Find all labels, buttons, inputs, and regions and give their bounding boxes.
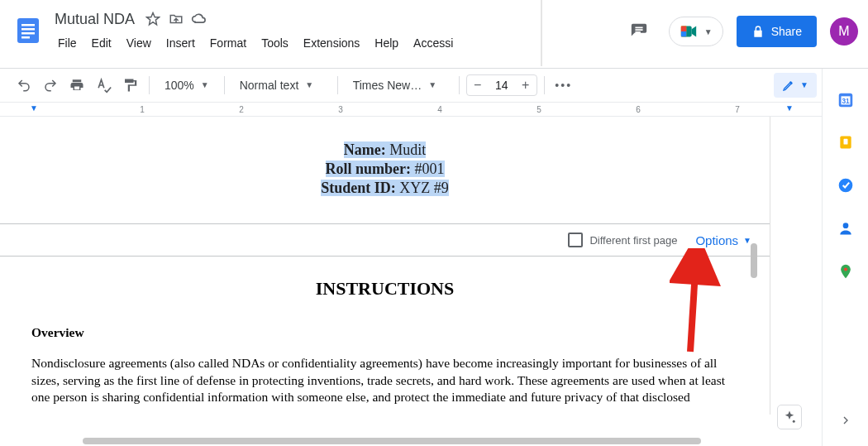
menu-view[interactable]: View: [120, 33, 158, 53]
overlay-divider: [541, 0, 542, 66]
spellcheck-icon[interactable]: [91, 74, 116, 97]
header-name-label: Name:: [344, 141, 386, 158]
zoom-dropdown[interactable]: 100%▼: [156, 74, 217, 97]
app-header: Mutual NDA File Edit View Insert Format …: [0, 0, 868, 69]
paragraph-style-dropdown[interactable]: Normal text▼: [231, 74, 331, 97]
title-area: Mutual NDA File Edit View Insert Format …: [51, 5, 460, 53]
show-side-panel-icon[interactable]: [837, 411, 855, 429]
vertical-scrollbar[interactable]: [749, 237, 761, 446]
calendar-icon[interactable]: 31: [837, 90, 855, 108]
menu-insert[interactable]: Insert: [160, 33, 202, 53]
chevron-down-icon: ▼: [800, 80, 808, 89]
menu-edit[interactable]: Edit: [85, 33, 118, 53]
lock-icon: [751, 25, 765, 38]
meet-button[interactable]: ▼: [669, 17, 723, 46]
scrollbar-thumb[interactable]: [83, 438, 701, 444]
menu-format[interactable]: Format: [203, 33, 253, 53]
document-canvas: Name: Mudit Roll number: #001 Student ID…: [0, 117, 808, 446]
indent-marker-icon[interactable]: ▼: [30, 103, 38, 113]
editing-mode-dropdown[interactable]: ▼: [774, 73, 817, 98]
comments-icon[interactable]: [622, 15, 656, 48]
chevron-down-icon: ▼: [305, 80, 313, 89]
contacts-icon[interactable]: [837, 219, 855, 237]
paint-format-icon[interactable]: [117, 74, 142, 97]
menu-bar: File Edit View Insert Format Tools Exten…: [51, 30, 460, 53]
page: Name: Mudit Roll number: #001 Student ID…: [0, 117, 770, 415]
chevron-down-icon: ▼: [428, 80, 436, 89]
header-options-dropdown[interactable]: Options ▼: [695, 233, 751, 247]
svg-rect-2: [21, 28, 35, 31]
document-header-section[interactable]: Name: Mudit Roll number: #001 Student ID…: [0, 117, 770, 209]
svg-point-15: [842, 223, 848, 228]
header-right: ▼ Share M: [622, 15, 858, 48]
cloud-status-icon[interactable]: [191, 11, 207, 27]
ruler-number: 7: [735, 105, 740, 114]
share-button[interactable]: Share: [737, 16, 817, 47]
header-options-bar: Different first page Options ▼: [0, 223, 770, 257]
chevron-down-icon: ▼: [704, 27, 713, 36]
header-studentid-value: XYZ #9: [396, 180, 449, 196]
font-size-decrease[interactable]: −: [467, 75, 489, 95]
checkbox-icon: [568, 233, 583, 247]
menu-file[interactable]: File: [51, 33, 83, 53]
document-title[interactable]: Mutual NDA: [51, 11, 138, 28]
horizontal-scrollbar[interactable]: [83, 438, 810, 444]
font-dropdown[interactable]: Times New…▼: [345, 74, 452, 97]
undo-icon[interactable]: [12, 74, 36, 97]
svg-rect-13: [843, 139, 847, 145]
header-studentid-label: Student ID:: [321, 180, 396, 196]
right-margin-marker-icon[interactable]: ▼: [785, 103, 794, 113]
menu-accessibility[interactable]: Accessi: [407, 33, 460, 53]
svg-point-16: [843, 267, 847, 271]
header-rollnumber-value: #001: [411, 161, 445, 177]
font-size-value[interactable]: 14: [489, 79, 515, 92]
menu-extensions[interactable]: Extensions: [297, 33, 366, 53]
svg-rect-0: [17, 18, 39, 43]
move-icon[interactable]: [168, 11, 184, 27]
ruler-number: 4: [437, 105, 442, 114]
different-first-page-checkbox[interactable]: Different first page: [568, 233, 677, 247]
more-tools-icon[interactable]: •••: [551, 74, 576, 97]
svg-point-18: [793, 420, 795, 423]
star-icon[interactable]: [145, 11, 161, 27]
print-icon[interactable]: [64, 74, 89, 97]
redo-icon[interactable]: [38, 74, 63, 97]
tasks-icon[interactable]: [837, 176, 855, 194]
ruler-number: 1: [140, 105, 145, 114]
maps-icon[interactable]: [837, 262, 855, 281]
chevron-down-icon: ▼: [201, 80, 209, 89]
scrollbar-thumb[interactable]: [751, 243, 757, 278]
body-paragraph: Nondisclosure agreements (also called ND…: [31, 355, 738, 407]
header-name-value: Mudit: [386, 141, 427, 158]
overview-heading: Overview: [31, 324, 738, 342]
different-first-page-label: Different first page: [589, 234, 677, 247]
side-panel: 31: [822, 69, 868, 446]
docs-logo[interactable]: [12, 8, 45, 53]
pencil-icon: [782, 79, 795, 92]
options-label: Options: [695, 233, 738, 247]
ruler-number: 3: [338, 105, 343, 114]
header-rollnumber-label: Roll number:: [326, 161, 412, 177]
svg-rect-8: [681, 31, 686, 36]
account-avatar[interactable]: M: [830, 17, 858, 46]
svg-text:31: 31: [842, 98, 850, 105]
menu-tools[interactable]: Tools: [255, 33, 295, 53]
svg-rect-3: [21, 32, 35, 35]
horizontal-ruler[interactable]: ▼ 1 2 3 4 5 6 7 ▼: [0, 102, 868, 117]
keep-icon[interactable]: [837, 133, 855, 151]
explore-button[interactable]: [777, 405, 802, 429]
ruler-number: 2: [239, 105, 244, 114]
svg-rect-7: [681, 26, 686, 31]
ruler-number: 6: [636, 105, 641, 114]
svg-rect-4: [21, 36, 30, 39]
font-size-increase[interactable]: +: [515, 75, 537, 95]
font-size-stepper: − 14 +: [466, 74, 537, 96]
document-body[interactable]: INSTRUCTIONS Overview Nondisclosure agre…: [0, 257, 770, 415]
share-label: Share: [771, 25, 802, 38]
ruler-number: 5: [537, 105, 541, 114]
toolbar: 100%▼ Normal text▼ Times New…▼ − 14 + ••…: [0, 69, 868, 102]
instructions-heading: INSTRUCTIONS: [31, 276, 738, 301]
svg-rect-1: [21, 24, 35, 26]
menu-help[interactable]: Help: [368, 33, 405, 53]
